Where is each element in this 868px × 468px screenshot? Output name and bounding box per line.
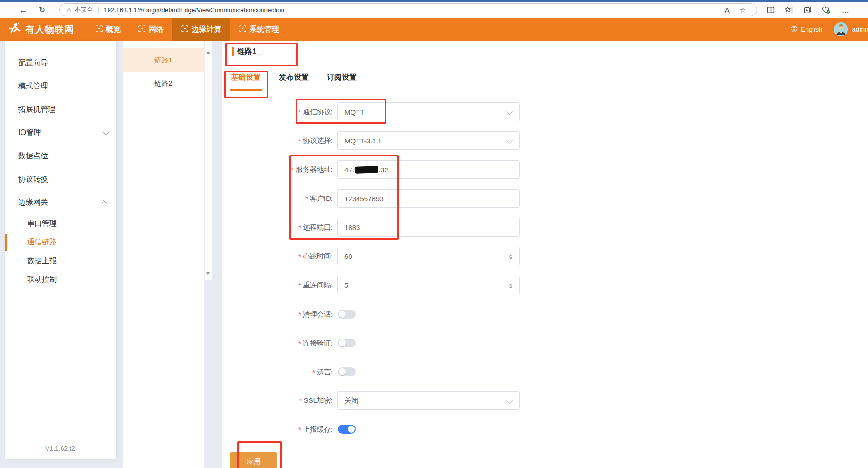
nav-tab-system-management[interactable]: 系统管理 bbox=[230, 18, 288, 41]
form-row-reconnect-interval: *重连间隔: 5s bbox=[222, 276, 782, 294]
sidebar-item-mode-management[interactable]: 模式管理 bbox=[5, 75, 116, 98]
tab-publish-settings[interactable]: 发布设置 bbox=[279, 73, 309, 93]
collections-add-icon[interactable] bbox=[799, 6, 817, 14]
ssl-encryption-select[interactable]: 关闭 bbox=[337, 391, 520, 410]
field-label: 清理会话: bbox=[303, 310, 333, 319]
settings-more-icon[interactable]: … bbox=[836, 6, 855, 14]
report-cache-toggle[interactable] bbox=[338, 425, 356, 434]
connection-auth-toggle[interactable] bbox=[338, 339, 356, 347]
back-icon[interactable]: ← bbox=[13, 6, 33, 14]
sidebar-item-data-reporting[interactable]: 数据上报 bbox=[5, 251, 116, 270]
scroll-down-icon[interactable] bbox=[206, 272, 210, 275]
form-row-client-id: *客户ID: 1234567890 bbox=[222, 189, 782, 208]
active-tab-underline bbox=[230, 89, 262, 91]
form-row-remote-port: *远程端口: 1883 bbox=[222, 218, 782, 237]
app-root: ← ↻ ⚠ 不安全 | 192.168.1.1/#/origin/default… bbox=[0, 0, 868, 468]
browser-essentials-icon[interactable] bbox=[817, 6, 836, 14]
form-row-clean-session: *清理会话: bbox=[222, 305, 782, 324]
usr-person-logo-icon bbox=[7, 21, 21, 37]
apply-button[interactable]: 应用 bbox=[230, 452, 277, 468]
list-item-link1[interactable]: 链路1 bbox=[123, 48, 204, 72]
brand-name: 有人物联网 bbox=[25, 23, 74, 36]
required-asterisk: * bbox=[312, 368, 315, 376]
protocol-version-select[interactable]: MQTT-3.1.1 bbox=[337, 131, 520, 150]
form-row-protocol: *通信协议: MQTT bbox=[222, 102, 782, 121]
scroll-up-icon[interactable] bbox=[206, 51, 211, 54]
top-nav: 概览 网络 边缘计算 系统管理 bbox=[87, 18, 288, 41]
sidebar-item-edge-gateway[interactable]: 边缘网关 bbox=[5, 191, 116, 214]
chevron-down-icon bbox=[103, 129, 109, 135]
sidebar-item-config-wizard[interactable]: 配置向导 bbox=[5, 51, 116, 75]
scan-dot-icon bbox=[239, 25, 246, 34]
chevron-up-icon bbox=[101, 200, 107, 207]
warning-triangle-icon: ⚠ bbox=[66, 7, 72, 14]
browser-toolbar: ← ↻ ⚠ 不安全 | 192.168.1.1/#/origin/default… bbox=[0, 2, 868, 18]
read-aloud-icon[interactable]: A bbox=[721, 7, 734, 14]
address-bar[interactable]: ⚠ 不安全 | 192.168.1.1/#/origin/defaultEdge… bbox=[59, 3, 757, 16]
refresh-icon[interactable]: ↻ bbox=[33, 6, 51, 14]
nav-tab-edge-computing[interactable]: 边缘计算 bbox=[172, 18, 230, 41]
form-row-report-cache: *上报缓存: bbox=[222, 420, 782, 439]
favorites-bar-icon[interactable] bbox=[780, 6, 799, 14]
clean-session-toggle[interactable] bbox=[338, 310, 356, 319]
sidebar-item-linkage-control[interactable]: 联动控制 bbox=[5, 270, 116, 289]
form-row-server-address: *服务器地址: 47..32 bbox=[222, 160, 782, 179]
sidebar-item-io-management[interactable]: IO管理 bbox=[5, 121, 116, 144]
field-label: 心跳时间: bbox=[303, 252, 333, 261]
field-label: 重连间隔: bbox=[303, 281, 333, 290]
active-indicator-bar bbox=[5, 234, 7, 251]
sidebar-item-expansion-management[interactable]: 拓展机管理 bbox=[5, 98, 116, 121]
required-asterisk: * bbox=[298, 108, 301, 116]
address-separator: | bbox=[97, 6, 99, 14]
required-asterisk: * bbox=[299, 397, 302, 405]
remote-port-input[interactable]: 1883 bbox=[337, 218, 520, 237]
sidebar-item-serial-management[interactable]: 串口管理 bbox=[5, 214, 116, 233]
field-label: SSL加密: bbox=[303, 396, 333, 405]
header-divider bbox=[230, 64, 862, 64]
form-row-ssl: *SSL加密: 关闭 bbox=[222, 391, 782, 410]
sidebar-item-protocol-conversion[interactable]: 协议转换 bbox=[5, 168, 116, 191]
tab-subscribe-settings[interactable]: 订阅设置 bbox=[327, 73, 357, 93]
page-title: 链路1 bbox=[237, 47, 256, 57]
globe-icon bbox=[790, 25, 798, 34]
server-address-input[interactable]: 47..32 bbox=[337, 160, 520, 179]
nav-tab-overview[interactable]: 概览 bbox=[87, 18, 130, 41]
main-content: 链路1 基础设置 发布设置 订阅设置 *通信协议: MQTT *协议选择: MQ… bbox=[222, 41, 868, 468]
redaction-scribble bbox=[355, 166, 378, 174]
required-asterisk: * bbox=[291, 166, 294, 174]
unit-label: s bbox=[509, 252, 513, 260]
brand-logo: 有人物联网 bbox=[7, 21, 86, 37]
scan-dot-icon bbox=[138, 25, 145, 34]
field-label: 上报缓存: bbox=[303, 425, 333, 434]
last-will-toggle[interactable] bbox=[338, 367, 356, 376]
required-asterisk: * bbox=[298, 311, 301, 319]
avatar[interactable] bbox=[834, 22, 848, 36]
required-asterisk: * bbox=[305, 195, 308, 203]
language-switcher[interactable]: English bbox=[790, 25, 822, 34]
field-label: 通信协议: bbox=[303, 108, 333, 116]
required-asterisk: * bbox=[298, 224, 301, 231]
unit-label: s bbox=[509, 281, 513, 289]
reconnect-interval-input[interactable]: 5s bbox=[337, 276, 520, 294]
field-label: 遗言: bbox=[317, 368, 333, 377]
sidebar-item-data-points[interactable]: 数据点位 bbox=[5, 144, 116, 168]
list-item-link2[interactable]: 链路2 bbox=[123, 72, 204, 95]
required-asterisk: * bbox=[298, 281, 301, 289]
heartbeat-time-input[interactable]: 60s bbox=[337, 247, 520, 265]
favorite-star-icon[interactable]: ☆ bbox=[736, 7, 750, 14]
split-screen-icon[interactable] bbox=[762, 6, 780, 14]
sidebar-item-communication-link[interactable]: 通信链路 bbox=[5, 233, 116, 251]
sidebar: 配置向导 模式管理 拓展机管理 IO管理 数据点位 协议转换 边缘网关 串口管理… bbox=[5, 41, 116, 459]
nav-tab-network[interactable]: 网络 bbox=[130, 18, 172, 41]
url-text[interactable]: 192.168.1.1/#/origin/defaultEdge/ViewCom… bbox=[104, 7, 721, 14]
chevron-down-icon bbox=[506, 397, 513, 404]
chevron-down-icon bbox=[506, 137, 513, 144]
client-id-input[interactable]: 1234567890 bbox=[337, 189, 520, 208]
language-label: English bbox=[801, 26, 822, 33]
required-asterisk: * bbox=[298, 426, 301, 434]
tab-basic-settings[interactable]: 基础设置 bbox=[231, 73, 261, 93]
username-label: admin bbox=[852, 26, 868, 33]
communication-protocol-select[interactable]: MQTT bbox=[337, 102, 520, 121]
links-scrollbar[interactable] bbox=[204, 41, 212, 280]
scan-dot-icon bbox=[96, 25, 103, 34]
